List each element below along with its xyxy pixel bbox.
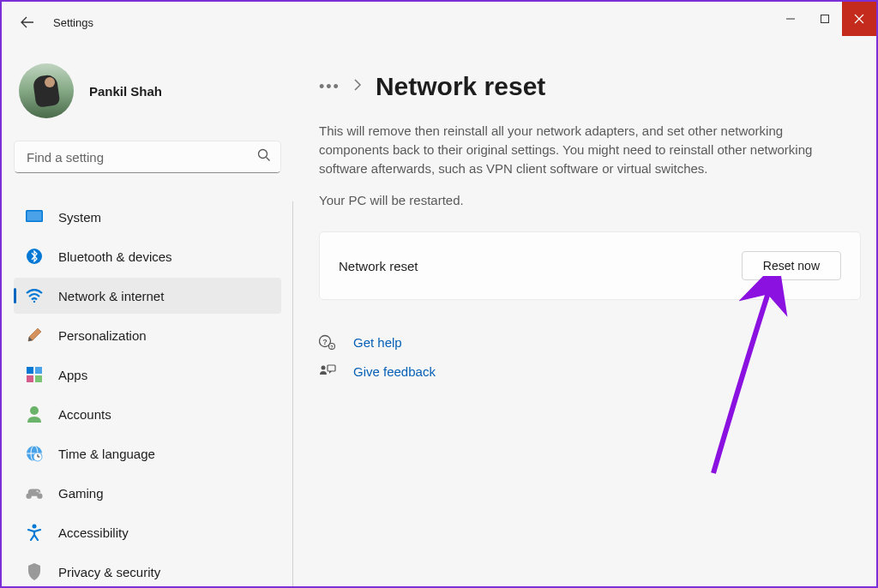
- nav-label: Bluetooth & devices: [58, 249, 172, 264]
- sidebar-item-bluetooth[interactable]: Bluetooth & devices: [14, 238, 281, 274]
- accessibility-icon: [26, 524, 43, 541]
- nav-label: Accessibility: [58, 525, 129, 540]
- svg-rect-8: [27, 367, 33, 374]
- titlebar: Settings: [2, 2, 876, 43]
- svg-rect-9: [35, 367, 42, 374]
- breadcrumb: ••• Network reset: [319, 72, 868, 101]
- profile-section[interactable]: Pankil Shah: [14, 55, 281, 141]
- breadcrumb-more-icon[interactable]: •••: [319, 78, 340, 96]
- svg-point-22: [36, 490, 38, 492]
- maximize-icon: [820, 14, 830, 24]
- svg-point-12: [30, 406, 39, 415]
- globe-clock-icon: [26, 445, 43, 462]
- sidebar-item-accessibility[interactable]: Accessibility: [14, 514, 281, 550]
- svg-point-20: [26, 493, 31, 498]
- get-help-link[interactable]: Get help: [353, 335, 402, 350]
- svg-point-7: [33, 301, 35, 303]
- sidebar-item-privacy[interactable]: Privacy & security: [14, 554, 281, 588]
- system-icon: [26, 208, 43, 225]
- nav-label: Network & internet: [58, 289, 164, 303]
- bluetooth-icon: [26, 248, 43, 265]
- sidebar-item-apps[interactable]: Apps: [14, 357, 281, 393]
- svg-rect-11: [35, 375, 42, 382]
- restart-note: Your PC will be restarted.: [319, 193, 868, 207]
- chevron-right-icon: [354, 79, 362, 94]
- nav-label: Apps: [58, 368, 87, 382]
- wifi-icon: [26, 287, 43, 304]
- sidebar-item-gaming[interactable]: Gaming: [14, 475, 281, 511]
- avatar: [19, 63, 74, 118]
- sidebar-item-system[interactable]: System: [14, 199, 281, 235]
- svg-point-23: [39, 492, 40, 494]
- give-feedback-link[interactable]: Give feedback: [353, 364, 436, 379]
- window-title: Settings: [53, 16, 93, 29]
- sidebar-item-accounts[interactable]: Accounts: [14, 396, 281, 432]
- svg-rect-1: [821, 15, 829, 23]
- sidebar-item-network[interactable]: Network & internet: [14, 278, 281, 314]
- nav-label: Accounts: [58, 407, 111, 422]
- window-controls: [773, 2, 876, 36]
- search-input[interactable]: [14, 141, 281, 173]
- nav-label: Personalization: [58, 328, 147, 343]
- close-button[interactable]: [842, 2, 876, 36]
- maximize-button[interactable]: [808, 2, 842, 36]
- shield-icon: [26, 563, 43, 580]
- svg-rect-30: [328, 365, 335, 371]
- nav-label: System: [58, 210, 101, 225]
- network-reset-card: Network reset Reset now: [319, 231, 861, 300]
- sidebar: Pankil Shah System Bluetooth & devices: [2, 43, 293, 586]
- page-description: This will remove then reinstall all your…: [319, 122, 851, 177]
- svg-rect-5: [27, 212, 42, 221]
- svg-point-29: [322, 366, 326, 370]
- username: Pankil Shah: [89, 84, 162, 99]
- svg-point-24: [33, 525, 37, 529]
- close-icon: [854, 14, 864, 24]
- paintbrush-icon: [26, 327, 43, 344]
- minimize-button[interactable]: [773, 2, 808, 36]
- page-title: Network reset: [376, 72, 545, 101]
- main-content: ••• Network reset This will remove then …: [293, 43, 876, 586]
- gamepad-icon: [26, 484, 43, 501]
- svg-rect-10: [27, 375, 33, 382]
- svg-point-21: [37, 493, 42, 498]
- minimize-icon: [785, 14, 796, 24]
- nav-label: Time & language: [58, 447, 155, 461]
- apps-icon: [26, 366, 43, 383]
- card-label: Network reset: [339, 259, 742, 273]
- feedback-icon: [319, 363, 336, 379]
- help-links: ?? Get help Give feedback: [319, 334, 868, 379]
- back-button[interactable]: [17, 12, 38, 33]
- reset-now-button[interactable]: Reset now: [742, 251, 841, 280]
- sidebar-item-personalization[interactable]: Personalization: [14, 317, 281, 353]
- person-icon: [26, 405, 43, 423]
- help-icon: ??: [319, 334, 336, 350]
- nav-list: System Bluetooth & devices Network & int…: [14, 199, 281, 588]
- arrow-left-icon: [21, 15, 34, 29]
- svg-text:?: ?: [322, 338, 328, 346]
- sidebar-item-timelang[interactable]: Time & language: [14, 435, 281, 471]
- nav-label: Privacy & security: [58, 565, 160, 579]
- nav-label: Gaming: [58, 486, 104, 501]
